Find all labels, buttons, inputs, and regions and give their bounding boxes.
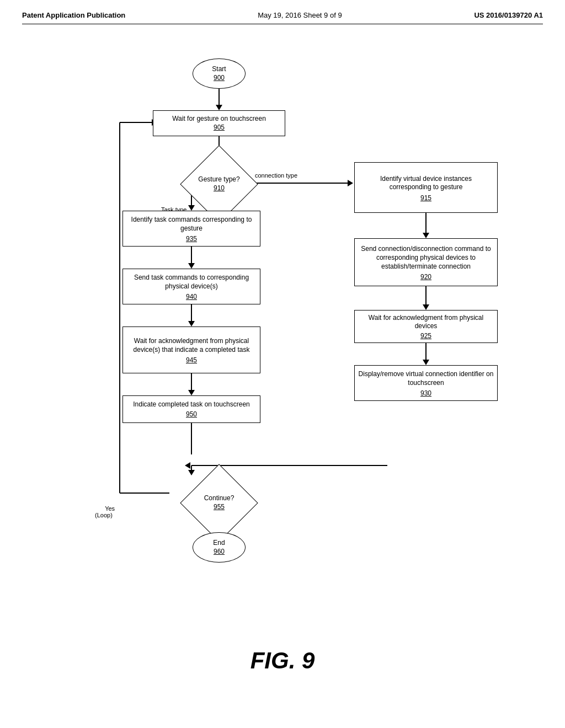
node-925-label: Wait for acknowledgment from physical de…	[355, 313, 497, 332]
header-center: May 19, 2016 Sheet 9 of 9	[258, 11, 342, 19]
node-905-label: Wait for gesture on touchscreen	[172, 115, 266, 124]
end-num: 960	[214, 548, 225, 556]
node-945: Wait for acknowledgment from physical de…	[122, 326, 260, 373]
svg-marker-1	[216, 105, 222, 110]
svg-marker-7	[188, 263, 195, 269]
node-915-num: 915	[420, 194, 431, 203]
node-950-num: 950	[186, 410, 197, 419]
node-955: Continue? 955	[180, 464, 258, 542]
node-950: Indicate completed task on touchscreen 9…	[122, 395, 260, 423]
end-node: End 960	[193, 532, 246, 563]
node-950-label: Indicate completed task on touchscreen	[130, 399, 253, 410]
node-920: Send connection/disconnection command to…	[354, 238, 498, 286]
node-935: Identify task commands corresponding to …	[122, 211, 260, 247]
node-915-label: Identify virtual device instances corres…	[355, 173, 497, 194]
end-label: End	[213, 539, 225, 548]
svg-marker-28	[423, 304, 429, 310]
node-930: Display/remove virtual connection identi…	[354, 365, 498, 401]
start-node: Start 900	[193, 58, 246, 89]
header-left: Patent Application Publication	[22, 11, 125, 19]
node-955-text: Continue? 955	[192, 476, 246, 530]
node-935-num: 935	[186, 235, 197, 244]
flowchart: Start 900 Wait for gesture on touchscree…	[34, 35, 531, 642]
svg-marker-14	[185, 462, 190, 469]
node-905-num: 905	[214, 124, 225, 132]
node-935-label: Identify task commands corresponding to …	[123, 213, 260, 235]
node-910-label: Gesture type?	[198, 175, 239, 184]
node-940-num: 940	[186, 293, 197, 302]
node-930-num: 930	[420, 389, 431, 398]
node-955-label: Continue?	[204, 494, 234, 503]
page-header: Patent Application Publication May 19, 2…	[22, 11, 543, 24]
start-num: 900	[214, 74, 225, 83]
node-910-text: Gesture type? 910	[192, 157, 246, 211]
svg-marker-11	[188, 390, 195, 395]
node-910-num: 910	[214, 184, 225, 193]
node-945-num: 945	[186, 356, 197, 365]
node-925: Wait for acknowledgment from physical de…	[354, 310, 498, 343]
node-940: Send task commands to corresponding phys…	[122, 269, 260, 304]
yes-loop-label: Yes (Loop)	[95, 499, 115, 525]
node-920-num: 920	[420, 273, 431, 282]
page: Patent Application Publication May 19, 2…	[0, 0, 565, 728]
svg-marker-26	[423, 233, 429, 238]
node-915: Identify virtual device instances corres…	[354, 162, 498, 213]
header-right: US 2016/0139720 A1	[474, 11, 543, 19]
svg-marker-30	[423, 360, 429, 365]
node-945-label: Wait for acknowledgment from physical de…	[123, 335, 260, 356]
start-label: Start	[212, 65, 226, 74]
node-955-num: 955	[214, 503, 225, 512]
connection-type-label: connection type	[255, 172, 297, 179]
node-940-label: Send task commands to corresponding phys…	[123, 271, 260, 293]
node-920-label: Send connection/disconnection command to…	[355, 243, 497, 273]
svg-marker-16	[188, 470, 195, 475]
node-905: Wait for gesture on touchscreen 905	[153, 110, 285, 136]
svg-marker-24	[348, 180, 353, 186]
node-925-num: 925	[420, 332, 431, 341]
node-930-label: Display/remove virtual connection identi…	[355, 368, 497, 389]
svg-marker-9	[188, 321, 195, 326]
fig-label: FIG. 9	[22, 647, 543, 674]
